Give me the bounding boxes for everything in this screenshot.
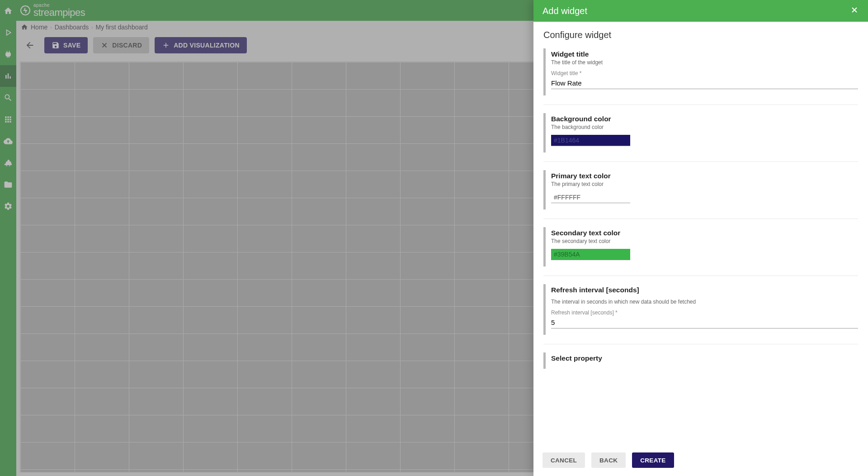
field-refresh-interval: Refresh interval [seconds] The interval … — [543, 284, 858, 335]
separator — [543, 105, 858, 105]
field-primary-text-color: Primary text color The primary text colo… — [543, 170, 858, 209]
select-property-label: Select property — [551, 354, 858, 362]
secondary-color-underline — [551, 260, 630, 260]
separator — [543, 344, 858, 344]
cancel-button[interactable]: CANCEL — [542, 452, 585, 468]
separator — [543, 219, 858, 219]
drawer-body[interactable]: Configure widget Widget title The title … — [533, 22, 868, 446]
refresh-label: Refresh interval [seconds] — [551, 286, 858, 294]
field-widget-title: Widget title The title of the widget Wid… — [543, 48, 858, 95]
drawer-title: Add widget — [542, 6, 587, 16]
primary-color-label: Primary text color — [551, 172, 858, 180]
secondary-color-swatch[interactable]: #39B54A — [551, 249, 630, 260]
config-heading: Configure widget — [543, 30, 858, 40]
primary-color-swatch[interactable]: #FFFFFF — [551, 192, 630, 203]
field-select-property: Select property — [543, 352, 858, 369]
bg-color-swatch[interactable]: #1B1464 — [551, 135, 630, 146]
refresh-desc-real: The interval in seconds in which new dat… — [551, 299, 858, 305]
create-button[interactable]: CREATE — [632, 452, 674, 468]
drawer-close-icon[interactable] — [850, 5, 859, 17]
refresh-float-label: Refresh interval [seconds] * — [551, 309, 858, 316]
widget-title-float-label: Widget title * — [551, 70, 858, 76]
widget-title-label: Widget title — [551, 50, 858, 58]
drawer-header: Add widget — [533, 0, 868, 22]
field-secondary-text-color: Secondary text color The secondary text … — [543, 227, 858, 267]
bg-color-underline — [551, 146, 630, 146]
primary-color-desc: The primary text color — [551, 181, 858, 187]
bg-color-label: Background color — [551, 115, 858, 123]
separator — [543, 162, 858, 162]
drawer-footer: CANCEL BACK CREATE — [533, 446, 868, 476]
widget-title-input[interactable] — [551, 77, 858, 89]
primary-color-underline — [551, 203, 630, 203]
widget-title-desc: The title of the widget — [551, 59, 858, 66]
separator — [543, 276, 858, 276]
field-background-color: Background color The background color #1… — [543, 113, 858, 152]
bg-color-desc: The background color — [551, 124, 858, 130]
secondary-color-label: Secondary text color — [551, 229, 858, 237]
refresh-interval-input[interactable] — [551, 317, 858, 328]
back-button[interactable]: BACK — [591, 452, 626, 468]
secondary-color-desc: The secondary text color — [551, 238, 858, 244]
add-widget-drawer: Add widget Configure widget Widget title… — [533, 0, 868, 476]
